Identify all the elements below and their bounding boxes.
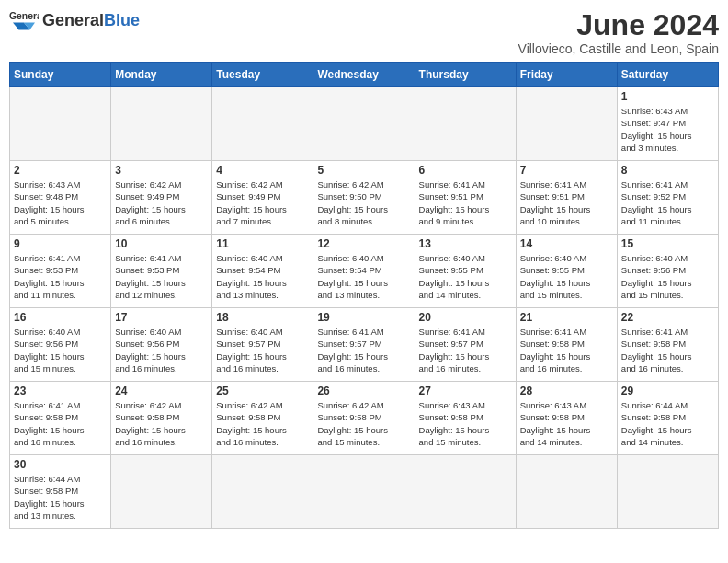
calendar-table: SundayMondayTuesdayWednesdayThursdayFrid… [9, 62, 719, 529]
day-info: Sunrise: 6:41 AM Sunset: 9:53 PM Dayligh… [14, 252, 107, 301]
day-number: 19 [317, 311, 410, 324]
calendar-cell [313, 87, 415, 161]
day-info: Sunrise: 6:40 AM Sunset: 9:57 PM Dayligh… [216, 326, 309, 374]
calendar-cell: 18Sunrise: 6:40 AM Sunset: 9:57 PM Dayli… [212, 308, 313, 382]
calendar-cell [415, 455, 516, 529]
header: General GeneralBlue June 2024 Villovieco… [9, 9, 719, 56]
day-number: 2 [14, 164, 107, 177]
calendar-cell: 19Sunrise: 6:41 AM Sunset: 9:57 PM Dayli… [313, 308, 415, 382]
weekday-header-wednesday: Wednesday [313, 63, 415, 87]
day-number: 28 [520, 385, 613, 397]
day-info: Sunrise: 6:40 AM Sunset: 9:55 PM Dayligh… [419, 252, 512, 301]
weekday-header-sunday: Sunday [10, 63, 111, 87]
calendar-cell: 14Sunrise: 6:40 AM Sunset: 9:55 PM Dayli… [516, 235, 617, 308]
calendar-cell: 26Sunrise: 6:42 AM Sunset: 9:58 PM Dayli… [313, 382, 415, 455]
calendar-cell: 21Sunrise: 6:41 AM Sunset: 9:58 PM Dayli… [516, 308, 617, 382]
calendar-subtitle: Villovieco, Castille and Leon, Spain [518, 41, 719, 56]
day-info: Sunrise: 6:41 AM Sunset: 9:57 PM Dayligh… [317, 326, 410, 374]
day-info: Sunrise: 6:42 AM Sunset: 9:49 PM Dayligh… [115, 178, 208, 227]
calendar-cell [111, 455, 212, 529]
day-info: Sunrise: 6:40 AM Sunset: 9:55 PM Dayligh… [520, 252, 613, 301]
weekday-header-monday: Monday [111, 63, 212, 87]
day-number: 18 [216, 311, 309, 324]
calendar-cell: 30Sunrise: 6:44 AM Sunset: 9:58 PM Dayli… [10, 455, 111, 529]
day-number: 16 [14, 311, 107, 324]
calendar-cell: 24Sunrise: 6:42 AM Sunset: 9:58 PM Dayli… [111, 382, 212, 455]
week-row-4: 23Sunrise: 6:41 AM Sunset: 9:58 PM Dayli… [10, 382, 719, 455]
day-info: Sunrise: 6:42 AM Sunset: 9:58 PM Dayligh… [115, 399, 208, 448]
day-number: 4 [216, 164, 309, 177]
day-info: Sunrise: 6:40 AM Sunset: 9:56 PM Dayligh… [14, 326, 107, 374]
day-info: Sunrise: 6:41 AM Sunset: 9:51 PM Dayligh… [520, 178, 613, 227]
day-number: 20 [419, 311, 512, 324]
calendar-title: June 2024 [518, 9, 719, 41]
day-info: Sunrise: 6:41 AM Sunset: 9:58 PM Dayligh… [14, 399, 107, 448]
weekday-header-friday: Friday [516, 63, 617, 87]
calendar-cell: 12Sunrise: 6:40 AM Sunset: 9:54 PM Dayli… [313, 235, 415, 308]
day-info: Sunrise: 6:44 AM Sunset: 9:58 PM Dayligh… [621, 399, 714, 448]
day-info: Sunrise: 6:42 AM Sunset: 9:50 PM Dayligh… [317, 178, 410, 227]
day-number: 3 [115, 164, 208, 177]
day-number: 30 [14, 458, 107, 471]
calendar-cell [212, 455, 313, 529]
weekday-header-saturday: Saturday [617, 63, 718, 87]
calendar-cell [415, 87, 516, 161]
calendar-cell [516, 87, 617, 161]
day-number: 23 [14, 385, 107, 397]
day-number: 27 [419, 385, 512, 397]
day-number: 1 [621, 90, 714, 103]
day-number: 7 [520, 164, 613, 177]
calendar-cell: 6Sunrise: 6:41 AM Sunset: 9:51 PM Daylig… [415, 161, 516, 235]
generalblue-logo-icon: General [9, 9, 39, 31]
day-number: 25 [216, 385, 309, 397]
calendar-cell [617, 455, 718, 529]
week-row-5: 30Sunrise: 6:44 AM Sunset: 9:58 PM Dayli… [10, 455, 719, 529]
week-row-0: 1Sunrise: 6:43 AM Sunset: 9:47 PM Daylig… [10, 87, 719, 161]
day-info: Sunrise: 6:44 AM Sunset: 9:58 PM Dayligh… [14, 473, 107, 522]
calendar-cell: 13Sunrise: 6:40 AM Sunset: 9:55 PM Dayli… [415, 235, 516, 308]
calendar-cell: 17Sunrise: 6:40 AM Sunset: 9:56 PM Dayli… [111, 308, 212, 382]
day-info: Sunrise: 6:42 AM Sunset: 9:58 PM Dayligh… [216, 399, 309, 448]
calendar-cell: 27Sunrise: 6:43 AM Sunset: 9:58 PM Dayli… [415, 382, 516, 455]
calendar-cell: 1Sunrise: 6:43 AM Sunset: 9:47 PM Daylig… [617, 87, 718, 161]
weekday-header-tuesday: Tuesday [212, 63, 313, 87]
day-number: 9 [14, 237, 107, 250]
day-info: Sunrise: 6:43 AM Sunset: 9:47 PM Dayligh… [621, 105, 714, 154]
calendar-cell: 25Sunrise: 6:42 AM Sunset: 9:58 PM Dayli… [212, 382, 313, 455]
calendar-cell: 15Sunrise: 6:40 AM Sunset: 9:56 PM Dayli… [617, 235, 718, 308]
calendar-cell [313, 455, 415, 529]
logo-text: GeneralBlue [42, 11, 140, 29]
calendar-cell: 9Sunrise: 6:41 AM Sunset: 9:53 PM Daylig… [10, 235, 111, 308]
day-info: Sunrise: 6:41 AM Sunset: 9:52 PM Dayligh… [621, 178, 714, 227]
week-row-2: 9Sunrise: 6:41 AM Sunset: 9:53 PM Daylig… [10, 235, 719, 308]
calendar-cell: 3Sunrise: 6:42 AM Sunset: 9:49 PM Daylig… [111, 161, 212, 235]
calendar-cell: 8Sunrise: 6:41 AM Sunset: 9:52 PM Daylig… [617, 161, 718, 235]
day-info: Sunrise: 6:40 AM Sunset: 9:56 PM Dayligh… [115, 326, 208, 374]
day-info: Sunrise: 6:41 AM Sunset: 9:58 PM Dayligh… [621, 326, 714, 374]
day-number: 15 [621, 237, 714, 250]
logo: General GeneralBlue [9, 9, 140, 31]
day-info: Sunrise: 6:43 AM Sunset: 9:58 PM Dayligh… [520, 399, 613, 448]
calendar-cell: 2Sunrise: 6:43 AM Sunset: 9:48 PM Daylig… [10, 161, 111, 235]
calendar-cell: 16Sunrise: 6:40 AM Sunset: 9:56 PM Dayli… [10, 308, 111, 382]
calendar-cell [10, 87, 111, 161]
day-info: Sunrise: 6:41 AM Sunset: 9:58 PM Dayligh… [520, 326, 613, 374]
day-info: Sunrise: 6:42 AM Sunset: 9:49 PM Dayligh… [216, 178, 309, 227]
calendar-cell: 4Sunrise: 6:42 AM Sunset: 9:49 PM Daylig… [212, 161, 313, 235]
calendar-cell: 22Sunrise: 6:41 AM Sunset: 9:58 PM Dayli… [617, 308, 718, 382]
calendar-cell: 29Sunrise: 6:44 AM Sunset: 9:58 PM Dayli… [617, 382, 718, 455]
calendar-cell: 10Sunrise: 6:41 AM Sunset: 9:53 PM Dayli… [111, 235, 212, 308]
day-number: 13 [419, 237, 512, 250]
day-number: 11 [216, 237, 309, 250]
day-number: 21 [520, 311, 613, 324]
day-info: Sunrise: 6:41 AM Sunset: 9:53 PM Dayligh… [115, 252, 208, 301]
calendar-cell [212, 87, 313, 161]
day-number: 5 [317, 164, 410, 177]
calendar-cell: 5Sunrise: 6:42 AM Sunset: 9:50 PM Daylig… [313, 161, 415, 235]
calendar-cell [111, 87, 212, 161]
day-number: 6 [419, 164, 512, 177]
day-number: 12 [317, 237, 410, 250]
day-number: 8 [621, 164, 714, 177]
day-info: Sunrise: 6:42 AM Sunset: 9:58 PM Dayligh… [317, 399, 410, 448]
day-number: 29 [621, 385, 714, 397]
